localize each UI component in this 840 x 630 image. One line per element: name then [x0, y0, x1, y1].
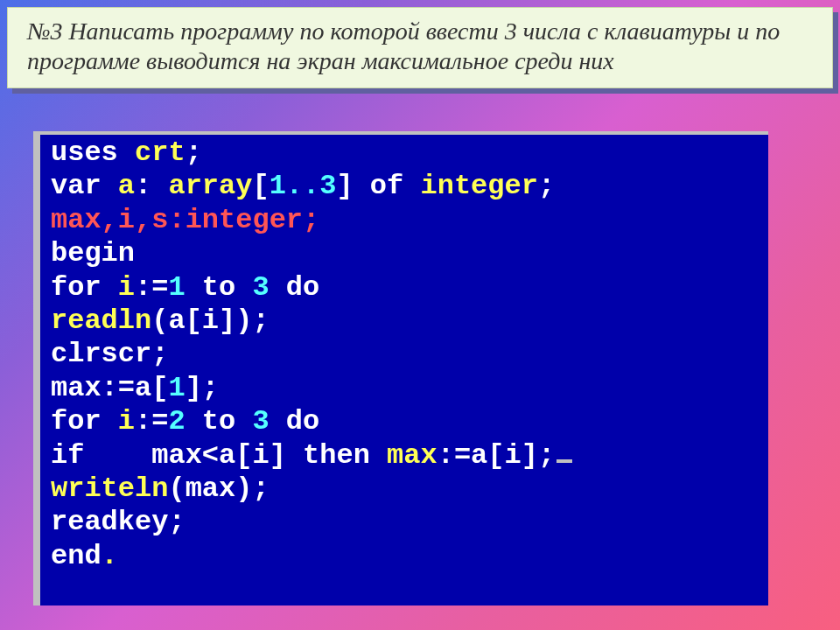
code-line: var a: array[1..3] of integer; [51, 170, 768, 203]
code-token: := [135, 271, 168, 304]
task-box: №3 Написать программу по которой ввести … [7, 7, 833, 88]
code-token: 1 [168, 271, 185, 304]
code-token: var [51, 170, 118, 202]
code-token: begin [51, 237, 135, 270]
code-token: end [51, 540, 102, 572]
code-token: if [51, 439, 84, 472]
code-line: if max<a[i] then max:=a[i]; [51, 439, 768, 472]
code-panel: uses crt;var a: array[1..3] of integer;m… [33, 131, 768, 606]
code-token: a [118, 170, 135, 202]
code-line: uses crt; [51, 136, 768, 170]
code-token: max:=a[ [51, 372, 168, 404]
code-line: for i:=1 to 3 do [51, 271, 768, 304]
code-token: then [303, 439, 387, 472]
code-token: of [370, 170, 421, 202]
code-token: (max); [168, 472, 269, 505]
code-line: clrscr; [51, 338, 768, 371]
code-token: 3 [252, 271, 269, 304]
code-token: max [387, 439, 438, 472]
code-token: readln [51, 304, 151, 337]
code-line: readln(a[i]); [51, 304, 768, 338]
code-token: max<a[i] [84, 439, 303, 472]
code-line: max:=a[1]; [51, 372, 768, 405]
code-token: 2 [168, 405, 185, 438]
task-text: №3 Написать программу по которой ввести … [27, 17, 813, 75]
code-token: max,i,s:integer; [51, 204, 319, 236]
code-token: ] [336, 170, 369, 202]
code-token: for [51, 271, 118, 304]
code-line: max,i,s:integer; [51, 204, 768, 237]
code-token: (a[i]); [151, 304, 269, 337]
code-token: i [118, 405, 135, 438]
code-token: to [186, 405, 253, 438]
code-line: readkey; [51, 506, 768, 539]
code-token: i [118, 271, 135, 304]
code-line: begin [51, 237, 768, 270]
code-token: ; [186, 136, 202, 169]
code-token: integer [420, 170, 537, 202]
code-token: crt [135, 136, 186, 169]
code-line: writeln(max); [51, 472, 768, 506]
code-line: for i:=2 to 3 do [51, 405, 768, 438]
code-token: 1 [168, 372, 185, 404]
code-token: to [186, 271, 253, 304]
cursor-icon [556, 459, 572, 463]
code-container: uses crt;var a: array[1..3] of integer;m… [51, 136, 768, 573]
code-token: writeln [51, 472, 168, 505]
code-token: for [51, 405, 118, 438]
code-token: [ [252, 170, 269, 202]
code-token: do [270, 405, 320, 438]
code-token: ; [538, 170, 555, 202]
code-token: clrscr; [51, 338, 168, 370]
code-token: 3 [252, 405, 269, 438]
code-token: do [270, 271, 320, 304]
code-token: . [102, 540, 118, 572]
code-token: := [135, 405, 168, 438]
code-token: array [168, 170, 252, 202]
code-token: : [135, 170, 168, 202]
code-token: readkey; [51, 506, 186, 538]
code-token: 1..3 [270, 170, 337, 202]
code-line: end. [51, 540, 768, 573]
code-token: ]; [186, 372, 219, 404]
code-token: :=a[i]; [438, 439, 555, 472]
code-token: uses [51, 136, 135, 169]
